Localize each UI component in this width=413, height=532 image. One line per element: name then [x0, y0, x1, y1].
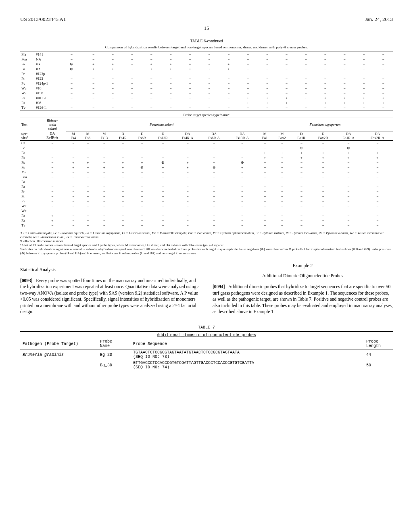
table-row: Rs#RH 20−−−−−−−−−++++++++ — [20, 96, 393, 100]
table-row: Pr#123p−−−−−−−−−−−−−−−−− — [20, 71, 393, 76]
t7-col-name: Probe Name — [98, 339, 131, 349]
table-row: Fe−−−−−−−−−−−−⊕−⊕− — [20, 145, 393, 150]
example-label: Example 2 — [213, 263, 393, 269]
table6-caption: Comparison of hybridization results betw… — [20, 45, 393, 49]
table-row: Pv−−−−−−−−−−−−−−−− — [20, 199, 393, 204]
t7-col-len: Probe Length — [364, 339, 393, 349]
table-row: Pt#122−−−−−−−−−−−−−−−−− — [20, 76, 393, 81]
table-6-continued: TABLE 6-continued Comparison of hybridiz… — [20, 39, 393, 256]
table-row: Wc#10−−−−−−−−−−−−−−−−− — [20, 86, 393, 91]
page-number: 15 — [20, 25, 393, 31]
table-row: Fo−−−−−−−−−−++++++ — [20, 155, 393, 160]
footnote-b: ᵇCollection ID/accession number. — [20, 239, 393, 243]
table-row: Wc#158−−−−−−−−−−−−−−−−− — [20, 91, 393, 96]
table7-title: TABLE 7 — [20, 325, 393, 330]
table-row: Pa#99⊗++++++++−−−−−−−− — [20, 66, 393, 71]
table-row: Pa−−−−−−−−−−−−−−−− — [20, 179, 393, 184]
table-row: Wc−−−−−−−−−−−−−−−− — [20, 204, 393, 208]
table-row: Me#141−−−−−−−−−−−−−−−−− — [20, 52, 393, 57]
table6-footnotes: ᵃCt = Curvularia trifolii, Fe = Fusarium… — [20, 231, 393, 256]
publication-date: Jan. 24, 2013 — [365, 16, 393, 23]
table-row: Tv−−−−−−−−−−−−−−−− — [20, 223, 393, 228]
table7-caption: Additional dimeric oligonucleotide probe… — [20, 332, 393, 339]
para-0093: [0093] Every probe was spotted four time… — [20, 278, 200, 315]
left-column: Statistical Analysis [0093] Every probe … — [20, 263, 200, 320]
table-row: PoaNA−−−−−−−−−−−−−−−−− — [20, 57, 393, 62]
table6-top: Me#141−−−−−−−−−−−−−−−−−PoaNA−−−−−−−−−−−−… — [20, 52, 393, 110]
footnote-a: ᵃCt = Curvularia trifolii, Fe = Fusarium… — [20, 231, 393, 239]
footnote-d: ᵈindicates no hybridization signal was o… — [20, 247, 393, 256]
table-row: Rs#98−−−−−−−−−++++++++ — [20, 100, 393, 105]
para-body: Every probe was spotted four times on th… — [20, 278, 199, 314]
table-row: Poa−−−−−−−−−−−−−−−− — [20, 175, 393, 179]
para-0094: [0094] Additional dimeric probes that hy… — [213, 284, 393, 315]
para-body: Additional dimeric probes that hybridize… — [213, 284, 393, 314]
table6-title: TABLE 6-continued — [20, 39, 393, 43]
group-foxy: Fusarium oxysporum — [257, 118, 393, 131]
group-fsol: Fusarium solani — [66, 118, 257, 131]
stat-heading: Statistical Analysis — [20, 267, 200, 273]
table-row: Fo−−−−−−−−−−++++++ — [20, 150, 393, 155]
table-row: Rs+−−−−−−−−−−−−−−− — [20, 213, 393, 218]
table-row: Wc−−−−−−−−−−−−−−−− — [20, 208, 393, 213]
para-num: [0094] — [213, 284, 225, 289]
footnote-c: ᶜA list of 33 probe names derived from 4… — [20, 243, 393, 247]
table-row: Fs−+−++⊕++⊕+−−−−−− — [20, 165, 393, 170]
example-title: Additional Dimeric Oligonucleotide Probe… — [213, 273, 393, 279]
para-num: [0093] — [20, 278, 33, 283]
table6-header2: Test Rhizoc- tonia solani Fusarium solan… — [20, 118, 393, 228]
table-row: Pv#124p-1−−−−−−−−−−−−−−−−− — [20, 81, 393, 86]
page-header: US 2013/0023445 A1 Jan. 24, 2013 — [20, 16, 393, 23]
table-row: Pa−−−−−−−−−−−−−−−− — [20, 184, 393, 189]
table-row: Pa#60⊗++++++++−−−−−−−− — [20, 62, 393, 66]
right-column: Example 2 Additional Dimeric Oligonucleo… — [213, 263, 393, 320]
table-row: Bg_3DGTTGACCCTCCACCCGTGTCGATTAGTTGACCCTC… — [20, 360, 393, 370]
col-test: Test — [20, 118, 39, 131]
publication-number: US 2013/0023445 A1 — [20, 16, 66, 23]
table-row: Tv#126-L−−−−−−−−−−−−−−−−− — [20, 105, 393, 110]
table-row: Pr−−−−−−−−−−−−−−−− — [20, 189, 393, 194]
table-7: TABLE 7 Additional dimeric oligonucleoti… — [20, 325, 393, 370]
table-row: Rs+−−−−−−−−−−−−−−− — [20, 218, 393, 223]
table-row: Fs−++−++⊕++⊕−−−−−− — [20, 160, 393, 165]
table-row: Pt−−−−−−−−−−−−−−−− — [20, 194, 393, 199]
group-rhizo: Rhizoc- tonia solani — [39, 118, 66, 131]
table-row: Brumeria graminisBg_2DTGTAACTCTCCGCGTAGT… — [20, 349, 393, 360]
t7-col-target: Pathogen (Probe Target) — [20, 339, 98, 349]
table-row: Ct−−−−−−−−−−−−−−−− — [20, 140, 393, 145]
table6-subhead: Probe target species/type/nameᶜ — [20, 110, 393, 118]
table-row: Me−−−−−−−−−−−−−−−− — [20, 170, 393, 175]
t7-col-seq: Probe Sequence — [131, 339, 364, 349]
